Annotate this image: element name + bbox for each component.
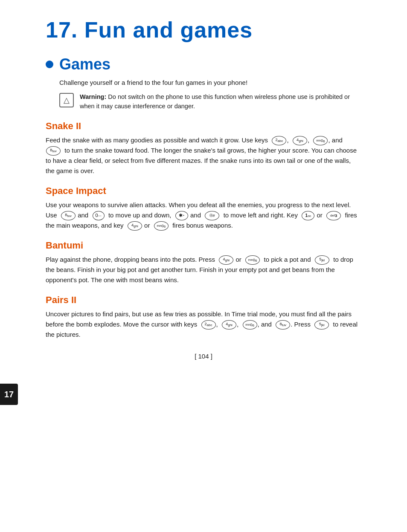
space-impact-title: Space Impact — [46, 185, 361, 197]
snake-section: Snake II Feed the snake with as many goo… — [46, 121, 361, 176]
pairs-section: Pairs II Uncover pictures to find pairs,… — [46, 295, 361, 340]
snake-title: Snake II — [46, 121, 361, 132]
warning-icon: △ — [59, 93, 74, 107]
key-4ghi-si: 4ghi — [128, 221, 142, 231]
key-mn06-p: mn06 — [243, 320, 257, 330]
pairs-body: Uncover pictures to find pairs, but use … — [46, 309, 361, 340]
key-mn06-b: mn06 — [245, 255, 260, 265]
key-8tuv-p: 8tuv — [276, 320, 290, 330]
key-4ghi-p: 4ghi — [222, 320, 236, 330]
bantumi-body: Play against the phone, dropping beans i… — [46, 254, 361, 285]
key-5jkl-b: 5jkl — [315, 255, 329, 265]
key-0: 0— — [93, 211, 105, 220]
key-8tuv-si: 8tuv — [61, 211, 76, 220]
games-section: Games Challenge yourself or a friend to … — [46, 55, 361, 111]
snake-body: Feed the snake with as many goodies as p… — [46, 135, 361, 176]
bullet-dot — [46, 61, 53, 68]
key-mn06: mn06 — [313, 136, 328, 145]
key-5jkl-p: 5jkl — [314, 320, 329, 330]
key-4ghi: 4ghi — [293, 136, 307, 145]
space-impact-section: Space Impact Use your weapons to survive… — [46, 185, 361, 231]
games-intro: Challenge yourself or a friend to the fo… — [59, 78, 361, 88]
pairs-title: Pairs II — [46, 295, 361, 306]
key-4ghi-b: 4ghi — [219, 255, 233, 265]
key-2abc: 2abc — [272, 136, 286, 145]
key-6hash: ⓐ# — [205, 211, 219, 220]
key-1oo: 1oo — [302, 211, 314, 220]
key-8tuv: 8tuv — [46, 146, 61, 156]
warning-box: △ Warning: Do not switch on the phone to… — [59, 92, 361, 111]
games-section-title: Games — [59, 55, 110, 73]
key-star: ✱+ — [175, 211, 188, 220]
page-number: [ 104 ] — [46, 353, 361, 360]
chapter-tab: 17 — [0, 384, 18, 405]
key-2abc-p: 2abc — [201, 320, 216, 330]
bantumi-section: Bantumi Play against the phone, dropping… — [46, 240, 361, 285]
space-impact-body: Use your weapons to survive alien attack… — [46, 200, 361, 231]
key-mn06-si: mn06 — [154, 221, 169, 231]
key-def3: def3 — [326, 211, 341, 220]
bantumi-title: Bantumi — [46, 240, 361, 251]
warning-text: Warning: Do not switch on the phone to u… — [80, 92, 361, 111]
chapter-title: 17. Fun and games — [46, 17, 361, 43]
